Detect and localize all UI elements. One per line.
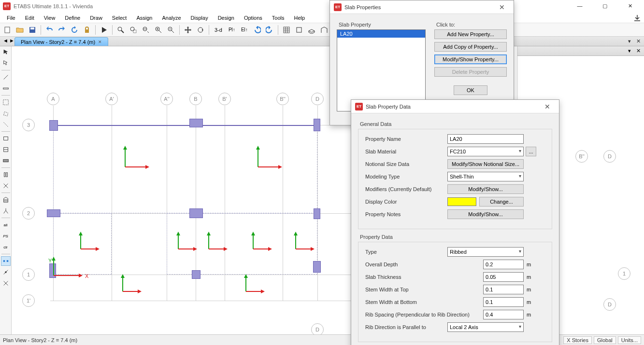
run-icon[interactable] (99, 25, 109, 35)
view-dropdown-icon[interactable]: ▾ (626, 37, 633, 45)
menu-options[interactable]: Options (239, 14, 267, 22)
rib-spacing-input[interactable] (483, 310, 524, 319)
slab-property-data-close-icon[interactable]: ✕ (540, 103, 555, 110)
status-global[interactable]: Global (594, 336, 616, 344)
menu-assign[interactable]: Assign (131, 14, 157, 22)
open-icon[interactable] (14, 25, 25, 35)
property-notes-button[interactable]: Modify/Show... (447, 209, 524, 219)
draw-beam-icon[interactable] (1, 83, 11, 93)
slab-properties-ok-button[interactable]: OK (454, 85, 487, 95)
building-icon[interactable] (1, 195, 11, 205)
draw-line-icon[interactable] (1, 72, 11, 82)
zoom-out-icon[interactable] (166, 25, 176, 35)
change-color-button[interactable]: Change... (479, 197, 524, 207)
rib-direction-select[interactable]: Local 2 Axis▾ (447, 322, 524, 332)
status-stories[interactable]: X Stories (563, 336, 592, 344)
zoom-rubber-icon[interactable] (115, 25, 126, 35)
ps-select-icon[interactable]: PS (1, 231, 11, 241)
view2-close-icon[interactable]: ✕ (634, 47, 642, 55)
tab-scroll-right-icon[interactable]: ► (9, 38, 14, 43)
stem-top-input[interactable] (483, 285, 524, 294)
slab-material-select[interactable]: FC210▾ (447, 147, 524, 156)
property-name-input[interactable] (447, 134, 524, 144)
lock-icon[interactable] (82, 25, 92, 35)
redo-icon[interactable] (57, 25, 67, 35)
snap-int-icon[interactable] (1, 278, 11, 288)
slab-property-item[interactable]: LA20 (337, 30, 425, 38)
delete-property-button[interactable]: Delete Property (434, 67, 507, 77)
download-icon[interactable] (633, 14, 641, 22)
rotate-icon[interactable] (195, 25, 206, 35)
view-3d-button[interactable]: 3-d (212, 25, 225, 35)
view-el-icon[interactable]: El↑ (239, 25, 250, 35)
material-browse-button[interactable]: ... (526, 147, 536, 156)
close-button[interactable]: ✕ (622, 3, 638, 9)
display-color-swatch (447, 197, 476, 206)
menu-analyze[interactable]: Analyze (157, 14, 186, 22)
overall-depth-input[interactable] (483, 260, 524, 269)
menu-help[interactable]: Help (289, 14, 310, 22)
status-units[interactable]: Units... (618, 336, 641, 344)
undo-icon[interactable] (44, 25, 55, 35)
save-icon[interactable] (27, 25, 38, 35)
reshape-icon[interactable] (1, 58, 11, 68)
menu-file[interactable]: File (2, 14, 20, 22)
grid-bubble-a: A (47, 93, 59, 105)
new-icon[interactable] (2, 25, 13, 35)
refresh-icon[interactable] (69, 25, 80, 35)
tab-scroll-left-icon[interactable]: ◄ (3, 38, 8, 43)
notional-size-button[interactable]: Modify/Show Notional Size... (447, 159, 524, 169)
rotate-right-icon[interactable] (264, 25, 275, 35)
draw-column-icon[interactable] (1, 170, 11, 179)
modeling-type-select[interactable]: Shell-Thin▾ (447, 172, 524, 181)
clear-select-icon[interactable]: clr (1, 242, 11, 252)
slab-thickness-input[interactable] (483, 272, 524, 282)
view-tabbar: ◄ ► Plan View - Story2 - Z = 7.4 (m) ✕ ▾… (0, 37, 644, 46)
chevron-down-icon: ▾ (519, 173, 521, 179)
select-poly-icon[interactable] (1, 109, 11, 118)
menu-design[interactable]: Design (213, 14, 239, 22)
all-select-icon[interactable]: all (1, 220, 11, 230)
modifiers-button[interactable]: Modify/Show... (447, 184, 524, 194)
grid-icon[interactable] (281, 25, 292, 35)
menu-edit[interactable]: Edit (20, 14, 39, 22)
snap-point-icon[interactable] (1, 256, 11, 266)
zoom-prev-icon[interactable] (141, 25, 151, 35)
zoom-in-icon[interactable] (153, 25, 164, 35)
extrude-icon[interactable] (306, 25, 317, 35)
view-pl-icon[interactable]: Pl↑ (227, 25, 237, 35)
zoom-extents-icon[interactable] (128, 25, 139, 35)
stem-bot-input[interactable] (483, 297, 524, 307)
svg-rect-24 (3, 260, 5, 262)
tripod-icon[interactable] (1, 206, 11, 216)
draw-wall-icon[interactable] (1, 145, 11, 154)
menu-define[interactable]: Define (60, 14, 85, 22)
menu-display[interactable]: Display (186, 14, 213, 22)
menu-tools[interactable]: Tools (267, 14, 289, 22)
tab-close-icon[interactable]: ✕ (98, 40, 102, 44)
snap-mid-icon[interactable] (1, 267, 11, 277)
maximize-button[interactable]: ▢ (597, 3, 613, 9)
select-frame-icon[interactable] (1, 97, 11, 107)
view2-dropdown-icon[interactable]: ▾ (626, 47, 633, 55)
pointer-icon[interactable] (1, 47, 11, 57)
modify-show-property-button[interactable]: Modify/Show Property... (434, 55, 507, 64)
draw-brace-icon[interactable] (1, 181, 11, 191)
pan-icon[interactable] (183, 25, 193, 35)
menu-view[interactable]: View (39, 14, 60, 22)
object-icon[interactable] (294, 25, 304, 35)
select-line-icon[interactable] (1, 120, 11, 129)
menu-select[interactable]: Select (107, 14, 132, 22)
add-copy-property-button[interactable]: Add Copy of Property... (434, 42, 507, 52)
menu-draw[interactable]: Draw (85, 14, 107, 22)
draw-rect-icon[interactable] (1, 134, 11, 143)
add-new-property-button[interactable]: Add New Property... (434, 29, 507, 39)
view-tab[interactable]: Plan View - Story2 - Z = 7.4 (m) ✕ (14, 37, 108, 46)
view-close-icon[interactable]: ✕ (634, 37, 642, 45)
frame-icon[interactable] (319, 25, 329, 35)
draw-slab-icon[interactable] (1, 156, 11, 166)
slab-properties-close-icon[interactable]: ✕ (494, 3, 510, 11)
minimize-button[interactable]: — (572, 3, 588, 9)
rotate-left-icon[interactable] (252, 25, 262, 35)
type-select[interactable]: Ribbed▾ (447, 247, 524, 257)
